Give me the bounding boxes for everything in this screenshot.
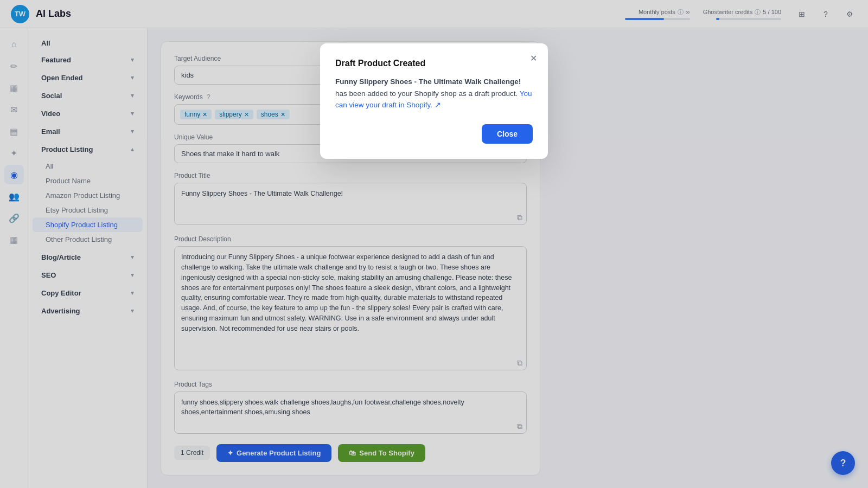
external-link-icon: ↗ [435,101,441,109]
draft-product-modal: ✕ Draft Product Created Funny Slippery S… [320,43,548,159]
modal-body: Funny Slippery Shoes - The Ultimate Walk… [335,76,533,111]
modal-footer: Close [335,124,533,144]
modal-close-button[interactable]: ✕ [526,51,540,65]
modal-product-name: Funny Slippery Shoes - The Ultimate Walk… [335,78,521,86]
modal-overlay: ✕ Draft Product Created Funny Slippery S… [0,0,868,488]
modal-title: Draft Product Created [335,59,533,68]
modal-close-btn[interactable]: Close [482,124,533,144]
modal-body-text: has been added to your Shopify shop as a… [335,89,520,98]
